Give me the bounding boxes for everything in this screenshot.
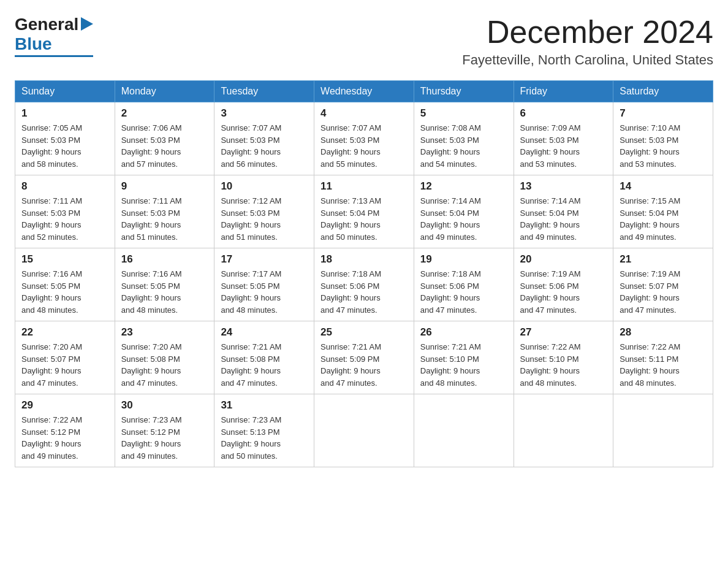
- table-row: 31Sunrise: 7:23 AMSunset: 5:13 PMDayligh…: [214, 394, 314, 467]
- table-row: 16Sunrise: 7:16 AMSunset: 5:05 PMDayligh…: [115, 248, 214, 321]
- table-row: 23Sunrise: 7:20 AMSunset: 5:08 PMDayligh…: [115, 321, 214, 394]
- calendar-week-row: 1Sunrise: 7:05 AMSunset: 5:03 PMDaylight…: [15, 102, 713, 175]
- header-saturday: Saturday: [613, 81, 713, 102]
- table-row: [613, 394, 713, 467]
- calendar-week-row: 8Sunrise: 7:11 AMSunset: 5:03 PMDaylight…: [15, 175, 713, 248]
- day-info: Sunrise: 7:21 AMSunset: 5:08 PMDaylight:…: [221, 342, 281, 388]
- day-number: 16: [121, 253, 208, 266]
- day-info: Sunrise: 7:19 AMSunset: 5:06 PMDaylight:…: [520, 269, 581, 315]
- page-header: General Blue December 2024 Fayetteville,…: [15, 15, 713, 68]
- day-info: Sunrise: 7:06 AMSunset: 5:03 PMDaylight:…: [121, 123, 182, 169]
- table-row: 1Sunrise: 7:05 AMSunset: 5:03 PMDaylight…: [15, 102, 115, 175]
- day-number: 5: [420, 107, 507, 120]
- day-info: Sunrise: 7:23 AMSunset: 5:13 PMDaylight:…: [221, 415, 281, 461]
- day-number: 17: [221, 253, 308, 266]
- day-number: 18: [320, 253, 408, 266]
- table-row: 29Sunrise: 7:22 AMSunset: 5:12 PMDayligh…: [15, 394, 115, 467]
- header-wednesday: Wednesday: [314, 81, 414, 102]
- table-row: 7Sunrise: 7:10 AMSunset: 5:03 PMDaylight…: [613, 102, 713, 175]
- day-number: 3: [221, 107, 308, 120]
- day-info: Sunrise: 7:19 AMSunset: 5:07 PMDaylight:…: [620, 269, 680, 315]
- day-info: Sunrise: 7:20 AMSunset: 5:07 PMDaylight:…: [21, 342, 82, 388]
- calendar-week-row: 22Sunrise: 7:20 AMSunset: 5:07 PMDayligh…: [15, 321, 713, 394]
- table-row: 2Sunrise: 7:06 AMSunset: 5:03 PMDaylight…: [115, 102, 214, 175]
- day-number: 8: [21, 180, 108, 193]
- day-number: 19: [420, 253, 507, 266]
- table-row: 22Sunrise: 7:20 AMSunset: 5:07 PMDayligh…: [15, 321, 115, 394]
- day-number: 11: [320, 180, 408, 193]
- table-row: 26Sunrise: 7:21 AMSunset: 5:10 PMDayligh…: [414, 321, 514, 394]
- table-row: 19Sunrise: 7:18 AMSunset: 5:06 PMDayligh…: [414, 248, 514, 321]
- day-info: Sunrise: 7:17 AMSunset: 5:05 PMDaylight:…: [221, 269, 281, 315]
- day-number: 7: [620, 107, 707, 120]
- table-row: 8Sunrise: 7:11 AMSunset: 5:03 PMDaylight…: [15, 175, 115, 248]
- day-number: 27: [520, 326, 607, 339]
- table-row: 13Sunrise: 7:14 AMSunset: 5:04 PMDayligh…: [514, 175, 613, 248]
- day-info: Sunrise: 7:15 AMSunset: 5:04 PMDaylight:…: [620, 196, 680, 242]
- day-info: Sunrise: 7:12 AMSunset: 5:03 PMDaylight:…: [221, 196, 281, 242]
- table-row: 3Sunrise: 7:07 AMSunset: 5:03 PMDaylight…: [214, 102, 314, 175]
- title-area: December 2024 Fayetteville, North Caroli…: [462, 15, 713, 68]
- calendar-week-row: 29Sunrise: 7:22 AMSunset: 5:12 PMDayligh…: [15, 394, 713, 467]
- day-number: 23: [121, 326, 208, 339]
- day-number: 4: [320, 107, 408, 120]
- table-row: 11Sunrise: 7:13 AMSunset: 5:04 PMDayligh…: [314, 175, 414, 248]
- table-row: 20Sunrise: 7:19 AMSunset: 5:06 PMDayligh…: [514, 248, 613, 321]
- day-number: 24: [221, 326, 308, 339]
- table-row: 5Sunrise: 7:08 AMSunset: 5:03 PMDaylight…: [414, 102, 514, 175]
- day-number: 31: [221, 399, 308, 412]
- day-info: Sunrise: 7:16 AMSunset: 5:05 PMDaylight:…: [21, 269, 82, 315]
- day-info: Sunrise: 7:14 AMSunset: 5:04 PMDaylight:…: [420, 196, 481, 242]
- day-info: Sunrise: 7:11 AMSunset: 5:03 PMDaylight:…: [21, 196, 82, 242]
- table-row: [314, 394, 414, 467]
- day-number: 28: [620, 326, 707, 339]
- table-row: [514, 394, 613, 467]
- day-number: 20: [520, 253, 607, 266]
- day-info: Sunrise: 7:21 AMSunset: 5:10 PMDaylight:…: [420, 342, 481, 388]
- day-info: Sunrise: 7:22 AMSunset: 5:11 PMDaylight:…: [620, 342, 680, 388]
- day-info: Sunrise: 7:20 AMSunset: 5:08 PMDaylight:…: [121, 342, 182, 388]
- day-info: Sunrise: 7:22 AMSunset: 5:10 PMDaylight:…: [520, 342, 581, 388]
- table-row: 27Sunrise: 7:22 AMSunset: 5:10 PMDayligh…: [514, 321, 613, 394]
- day-info: Sunrise: 7:07 AMSunset: 5:03 PMDaylight:…: [221, 123, 281, 169]
- table-row: 6Sunrise: 7:09 AMSunset: 5:03 PMDaylight…: [514, 102, 613, 175]
- day-number: 29: [21, 399, 108, 412]
- day-info: Sunrise: 7:21 AMSunset: 5:09 PMDaylight:…: [320, 342, 381, 388]
- day-number: 9: [121, 180, 208, 193]
- day-info: Sunrise: 7:22 AMSunset: 5:12 PMDaylight:…: [21, 415, 82, 461]
- logo-triangle-icon: [81, 17, 93, 33]
- logo-blue-text: Blue: [15, 34, 52, 54]
- table-row: [414, 394, 514, 467]
- day-number: 14: [620, 180, 707, 193]
- day-info: Sunrise: 7:07 AMSunset: 5:03 PMDaylight:…: [320, 123, 381, 169]
- day-number: 10: [221, 180, 308, 193]
- day-info: Sunrise: 7:18 AMSunset: 5:06 PMDaylight:…: [320, 269, 381, 315]
- day-info: Sunrise: 7:10 AMSunset: 5:03 PMDaylight:…: [620, 123, 680, 169]
- day-number: 30: [121, 399, 208, 412]
- table-row: 21Sunrise: 7:19 AMSunset: 5:07 PMDayligh…: [613, 248, 713, 321]
- day-number: 25: [320, 326, 408, 339]
- calendar-week-row: 15Sunrise: 7:16 AMSunset: 5:05 PMDayligh…: [15, 248, 713, 321]
- day-info: Sunrise: 7:11 AMSunset: 5:03 PMDaylight:…: [121, 196, 182, 242]
- table-row: 24Sunrise: 7:21 AMSunset: 5:08 PMDayligh…: [214, 321, 314, 394]
- table-row: 18Sunrise: 7:18 AMSunset: 5:06 PMDayligh…: [314, 248, 414, 321]
- header-thursday: Thursday: [414, 81, 514, 102]
- table-row: 17Sunrise: 7:17 AMSunset: 5:05 PMDayligh…: [214, 248, 314, 321]
- calendar-table: Sunday Monday Tuesday Wednesday Thursday…: [15, 80, 713, 467]
- table-row: 14Sunrise: 7:15 AMSunset: 5:04 PMDayligh…: [613, 175, 713, 248]
- header-friday: Friday: [514, 81, 613, 102]
- table-row: 9Sunrise: 7:11 AMSunset: 5:03 PMDaylight…: [115, 175, 214, 248]
- month-year-title: December 2024: [462, 15, 713, 50]
- day-info: Sunrise: 7:14 AMSunset: 5:04 PMDaylight:…: [520, 196, 581, 242]
- day-number: 15: [21, 253, 108, 266]
- table-row: 30Sunrise: 7:23 AMSunset: 5:12 PMDayligh…: [115, 394, 214, 467]
- logo: General Blue: [15, 15, 93, 57]
- header-sunday: Sunday: [15, 81, 115, 102]
- day-number: 2: [121, 107, 208, 120]
- day-info: Sunrise: 7:13 AMSunset: 5:04 PMDaylight:…: [320, 196, 381, 242]
- day-info: Sunrise: 7:09 AMSunset: 5:03 PMDaylight:…: [520, 123, 581, 169]
- table-row: 10Sunrise: 7:12 AMSunset: 5:03 PMDayligh…: [214, 175, 314, 248]
- days-header-row: Sunday Monday Tuesday Wednesday Thursday…: [15, 81, 713, 102]
- day-number: 12: [420, 180, 507, 193]
- day-number: 26: [420, 326, 507, 339]
